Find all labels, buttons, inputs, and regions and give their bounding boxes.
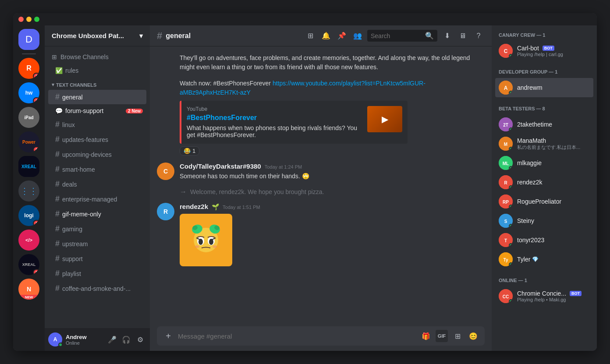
members-group-canary: CANARY CREW — 1 C Carl-bot BOT Playing /… (495, 31, 593, 60)
channel-item-support[interactable]: # support (48, 251, 146, 266)
apps-button[interactable]: ⊞ (451, 330, 464, 342)
close-button[interactable] (18, 17, 24, 22)
gift-button[interactable]: 🎁 (420, 330, 432, 342)
chat-input-box: + 🎁 GIF ⊞ 😊 (157, 326, 485, 346)
server-icon-logi[interactable]: logi 1 (18, 205, 39, 226)
member-item-steiny[interactable]: S Steiny (495, 211, 593, 230)
member-status-indicator (509, 185, 513, 189)
members-icon[interactable]: 👥 (351, 30, 364, 42)
help-icon[interactable]: ? (472, 30, 485, 42)
member-item-tyler[interactable]: Ty Tyler 💎 (495, 250, 593, 269)
channel-item-gif-meme-only[interactable]: # gif-meme-only (48, 207, 146, 221)
channel-item-playlist[interactable]: # playlist (48, 266, 146, 281)
download-icon[interactable]: ⬇ (441, 30, 453, 42)
message-text: Someone has too much time on their hands… (180, 172, 485, 181)
svg-text:S: S (504, 219, 507, 224)
channel-item-smart-home[interactable]: # smart-home (48, 162, 146, 177)
channel-item-gaming[interactable]: # gaming (48, 222, 146, 236)
channel-item-updates-features[interactable]: # updates-features (48, 132, 146, 147)
title-bar (13, 13, 597, 25)
hash-icon: # (55, 254, 60, 263)
server-icon-hw[interactable]: hw 1 (18, 82, 39, 103)
server-icon-discord[interactable]: D (18, 29, 39, 50)
members-group-developer: DEVELOPER GROUP — 1 A andrewm (495, 67, 593, 97)
channel-item-forum-support[interactable]: 💬 forum-support 2 New (48, 105, 146, 117)
chevron-down-icon: ▾ (139, 32, 143, 40)
member-item-manamath[interactable]: M ManaMath 私の名前まなです.私は日本... (495, 134, 593, 153)
message-time: Today at 1:51 PM (223, 205, 260, 210)
hash-icon: # (55, 284, 60, 293)
server-icon-new[interactable]: N NEW (18, 279, 39, 300)
member-item-mlkaggie[interactable]: ML mlkaggie (495, 153, 593, 173)
members-group-online: ONLINE — 1 CC Chromie Concie... BOT Play… (495, 276, 593, 306)
svg-text:R: R (504, 180, 507, 185)
channel-item-upstream[interactable]: # upstream (48, 237, 146, 251)
member-item-2takethetime[interactable]: 2T 2takethetime (495, 115, 593, 134)
svg-text:CC: CC (503, 294, 509, 299)
stream-icon[interactable]: 🖥 (457, 30, 469, 42)
username-label: Andrew (66, 334, 103, 340)
hash-icon: # (55, 180, 60, 189)
channel-item-upcoming-devices[interactable]: # upcoming-devices (48, 147, 146, 162)
member-avatar: ML (499, 156, 513, 170)
hash-icon: # (55, 120, 60, 129)
svg-point-12 (195, 245, 199, 248)
notifications-icon[interactable]: 🔔 (320, 30, 332, 42)
channel-item-general[interactable]: # general (48, 90, 146, 104)
message-row-rendez2k: R rendez2k 🌱 Today at 1:51 PM (157, 203, 485, 266)
member-item-rendez2k[interactable]: R rendez2k (495, 173, 593, 192)
member-item-rogue[interactable]: RP RogueProeliator (495, 192, 593, 211)
user-info: Andrew Online (66, 334, 103, 346)
embed-title[interactable]: #BestPhonesForever (187, 114, 362, 122)
chat-input[interactable] (178, 332, 416, 340)
gif-button[interactable]: GIF (436, 330, 448, 342)
maximize-button[interactable] (34, 17, 39, 22)
member-item-carlbot[interactable]: C Carl-bot BOT Playing /help | carl.gg (495, 41, 593, 60)
add-attachment-button[interactable]: + (162, 330, 174, 342)
text-channels-header[interactable]: ▾ TEXT CHANNELS (45, 80, 150, 89)
main-layout: D R 1 hw 1 iPad Power 2 (13, 25, 597, 351)
member-avatar: M (499, 137, 513, 151)
user-avatar: R (157, 203, 174, 220)
emoji-button[interactable]: 😊 (467, 330, 479, 342)
channel-item-rules[interactable]: ✅ rules (48, 64, 146, 77)
chat-header-icons: ⊞ 🔔 📌 👥 🔍 ⬇ 🖥 ? (304, 30, 485, 42)
mic-button[interactable]: 🎤 (106, 333, 118, 346)
member-item-chromie[interactable]: CC Chromie Concie... BOT Playing /help •… (495, 286, 593, 306)
channel-hash-icon: # (157, 30, 162, 42)
server-icon-code[interactable]: </> (18, 230, 39, 251)
server-icon-xreal[interactable]: XREAL (18, 156, 39, 177)
user-status-label: Online (66, 340, 103, 346)
server-name[interactable]: Chrome Unboxed Pat... ▾ (45, 25, 150, 46)
svg-text:A: A (504, 85, 508, 91)
minimize-button[interactable] (26, 17, 32, 22)
search-input[interactable] (371, 32, 422, 39)
channel-item-deals[interactable]: # deals (48, 177, 146, 191)
server-icon-ipad[interactable]: iPad (18, 107, 39, 128)
search-icon: 🔍 (425, 32, 434, 40)
message-content: Watch now: #BestPhonesForever https://ww… (180, 79, 485, 155)
browse-channels[interactable]: ⊞ Browse Channels (45, 50, 150, 64)
member-avatar: C (499, 44, 513, 58)
channel-item-enterprise-managed[interactable]: # enterprise-managed (48, 192, 146, 206)
channel-item-coffee[interactable]: # coffee-and-smoke-and-... (48, 281, 146, 296)
hash-icon: # (55, 92, 60, 102)
chat-input-icons: 🎁 GIF ⊞ 😊 (420, 330, 479, 342)
channels-icon[interactable]: ⊞ (304, 30, 316, 42)
embed-desc: What happens when two phones stop being … (187, 124, 362, 138)
member-item-andrewm[interactable]: A andrewm (495, 78, 593, 97)
channel-title: general (166, 32, 191, 40)
search-box[interactable]: 🔍 (367, 30, 437, 42)
server-icon-power[interactable]: Power 2 (18, 131, 39, 152)
pinned-icon[interactable]: 📌 (336, 30, 348, 42)
reaction-button[interactable]: 😂 1 (180, 146, 199, 155)
member-item-tonyr[interactable]: T tonyr2023 (495, 230, 593, 250)
server-icon-dots[interactable]: ⋮⋮ (18, 180, 39, 201)
settings-button[interactable]: ⚙ (134, 333, 146, 346)
messages-area: They'll go on adventures, face problems,… (150, 46, 492, 321)
channel-item-linux[interactable]: # linux (48, 117, 146, 132)
message-row-embed: Watch now: #BestPhonesForever https://ww… (157, 79, 485, 155)
server-icon-xreal2[interactable]: XREAL 2 (18, 254, 39, 275)
server-icon-reddit[interactable]: R 1 (18, 58, 39, 79)
headset-button[interactable]: 🎧 (120, 333, 132, 346)
